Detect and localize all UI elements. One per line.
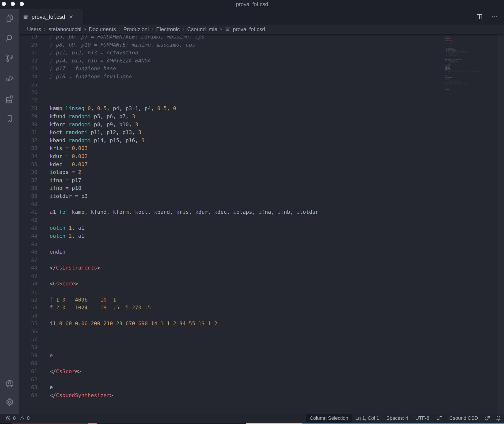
- code-line[interactable]: 53f 2 0 1024 19 .5 .5 270 .5: [19, 304, 319, 312]
- line-number[interactable]: 21: [19, 49, 37, 57]
- feedback-icon[interactable]: [484, 415, 491, 422]
- line-number[interactable]: 30: [19, 121, 37, 129]
- minimap[interactable]: <CsoundSynthesizer><CsOptions></CsOption…: [445, 34, 498, 106]
- code-line[interactable]: 19; p5, p6, p7 = FONDAMENTALE: minimo, m…: [19, 34, 319, 41]
- line-number[interactable]: 37: [19, 176, 37, 184]
- code-line[interactable]: 51: [19, 288, 319, 296]
- breadcrumb-item[interactable]: Documents: [89, 26, 116, 32]
- status-item[interactable]: Column Selection: [306, 414, 352, 423]
- line-number[interactable]: 26: [19, 89, 37, 97]
- line-number[interactable]: 39: [19, 192, 37, 200]
- search-icon[interactable]: [5, 33, 15, 43]
- line-number[interactable]: 58: [19, 344, 37, 352]
- code-line[interactable]: 42: [19, 216, 319, 224]
- code-line[interactable]: 57: [19, 336, 319, 344]
- line-number[interactable]: 41: [19, 208, 37, 216]
- code-line[interactable]: 52f 1 0 4096 10 1: [19, 296, 319, 304]
- line-number[interactable]: 54: [19, 312, 37, 320]
- line-number[interactable]: 51: [19, 288, 37, 296]
- line-number[interactable]: 42: [19, 216, 37, 224]
- code-line[interactable]: 43outch 1, a1: [19, 224, 319, 232]
- code-line[interactable]: 56: [19, 328, 319, 336]
- code-line[interactable]: 35kdec = 0.007: [19, 161, 319, 168]
- code-line[interactable]: </CsoundSynthesizer>: [445, 92, 498, 93]
- code-line[interactable]: 33kris = 0.003: [19, 144, 319, 152]
- code-line[interactable]: 45: [19, 240, 319, 248]
- code-line[interactable]: 60: [19, 360, 319, 368]
- code-line[interactable]: 64</CsoundSynthesizer>: [19, 392, 319, 399]
- line-number[interactable]: 20: [19, 41, 37, 49]
- code-line[interactable]: 50<CsScore>: [19, 280, 319, 288]
- line-number[interactable]: 27: [19, 97, 37, 105]
- bell-icon[interactable]: [495, 415, 502, 422]
- line-number[interactable]: 23: [19, 65, 37, 73]
- tab-prova-fof[interactable]: prova_fof.csd ×: [19, 9, 83, 25]
- line-number[interactable]: 40: [19, 200, 37, 208]
- line-number[interactable]: 53: [19, 304, 37, 312]
- code-line[interactable]: 26: [19, 89, 319, 97]
- code-line[interactable]: 24; p18 = funzione inviluppo: [19, 73, 319, 81]
- more-actions-icon[interactable]: [491, 13, 498, 20]
- code-line[interactable]: 23; p17 = funzione base: [19, 65, 319, 73]
- code-line[interactable]: 48</CsInstruments>: [19, 264, 319, 272]
- code-line[interactable]: 29kfund randomi p5, p6, p7, 3: [19, 112, 319, 121]
- code-line[interactable]: 44outch 2, a1: [19, 232, 319, 240]
- code-line[interactable]: 31koct randomi p11, p12, p13, 3: [19, 129, 319, 137]
- line-number[interactable]: 33: [19, 144, 37, 152]
- breadcrumb-item[interactable]: stefanocucchi: [49, 26, 81, 32]
- code-line[interactable]: 46endin: [19, 248, 319, 256]
- status-item[interactable]: Spaces: 4: [383, 414, 412, 423]
- code-line[interactable]: 41a1 fof kamp, kfund, kform, koct, kband…: [19, 208, 319, 216]
- code-line[interactable]: 62: [19, 376, 319, 384]
- line-number[interactable]: 57: [19, 336, 37, 344]
- breadcrumb-item[interactable]: Electronic: [156, 26, 180, 32]
- line-number[interactable]: 29: [19, 112, 37, 121]
- code-line[interactable]: 40: [19, 200, 319, 208]
- split-editor-icon[interactable]: [476, 13, 483, 20]
- line-number[interactable]: 45: [19, 240, 37, 248]
- code-line[interactable]: 55i1 0 60 0.06 200 210 23 670 690 14 1 1…: [19, 320, 319, 328]
- code-line[interactable]: 58: [19, 344, 319, 352]
- close-icon[interactable]: ×: [69, 14, 73, 20]
- code-line[interactable]: 21; p11, p12, p13 = octavation: [19, 49, 319, 57]
- status-item[interactable]: Ln 1, Col 1: [352, 414, 383, 423]
- explorer-icon[interactable]: [5, 13, 15, 23]
- status-item[interactable]: Csound CSD: [446, 414, 482, 423]
- scrollbar[interactable]: [498, 25, 504, 414]
- line-number[interactable]: 38: [19, 184, 37, 192]
- code-line[interactable]: 54: [19, 312, 319, 320]
- code-line[interactable]: 30kform randomi p8, p9, p10, 3: [19, 121, 319, 129]
- line-number[interactable]: 49: [19, 272, 37, 280]
- breadcrumb-file[interactable]: prova_fof.csd: [233, 26, 265, 32]
- code-line[interactable]: 32kband randomi p14, p15, p16, 3: [19, 137, 319, 145]
- line-number[interactable]: 28: [19, 105, 37, 112]
- line-number[interactable]: 59: [19, 352, 37, 360]
- code-line[interactable]: 34kdur = 0.002: [19, 152, 319, 161]
- breadcrumb-item[interactable]: Users: [27, 26, 41, 32]
- line-number[interactable]: 36: [19, 168, 37, 176]
- line-number[interactable]: 31: [19, 129, 37, 137]
- line-number[interactable]: 50: [19, 280, 37, 288]
- problems-status[interactable]: 0 0: [0, 415, 30, 421]
- code-line[interactable]: 28kamp linseg 0, 0.5, p4, p3-1, p4, 0.5,…: [19, 105, 319, 112]
- run-debug-icon[interactable]: [5, 73, 15, 83]
- code-area[interactable]: 19; p5, p6, p7 = FONDAMENTALE: minimo, m…: [19, 34, 319, 399]
- line-number[interactable]: 56: [19, 328, 37, 336]
- code-line[interactable]: 37ifna = p17: [19, 176, 319, 184]
- line-number[interactable]: 24: [19, 73, 37, 81]
- code-line[interactable]: 22; p14, p15, p16 = AMPIEZZA BANDA: [19, 57, 319, 65]
- line-number[interactable]: 25: [19, 81, 37, 89]
- line-number[interactable]: 35: [19, 161, 37, 168]
- code-line[interactable]: 38ifnb = p18: [19, 184, 319, 192]
- code-line[interactable]: 61</CsScore>: [19, 368, 319, 376]
- bookmark-icon[interactable]: [5, 114, 15, 124]
- line-number[interactable]: 46: [19, 248, 37, 256]
- line-number[interactable]: 52: [19, 296, 37, 304]
- line-number[interactable]: 44: [19, 232, 37, 240]
- code-line[interactable]: 63e: [19, 383, 319, 392]
- line-number[interactable]: 32: [19, 137, 37, 145]
- line-number[interactable]: 22: [19, 57, 37, 65]
- line-number[interactable]: 43: [19, 224, 37, 232]
- status-item[interactable]: UTF-8: [412, 414, 433, 423]
- line-number[interactable]: 34: [19, 152, 37, 161]
